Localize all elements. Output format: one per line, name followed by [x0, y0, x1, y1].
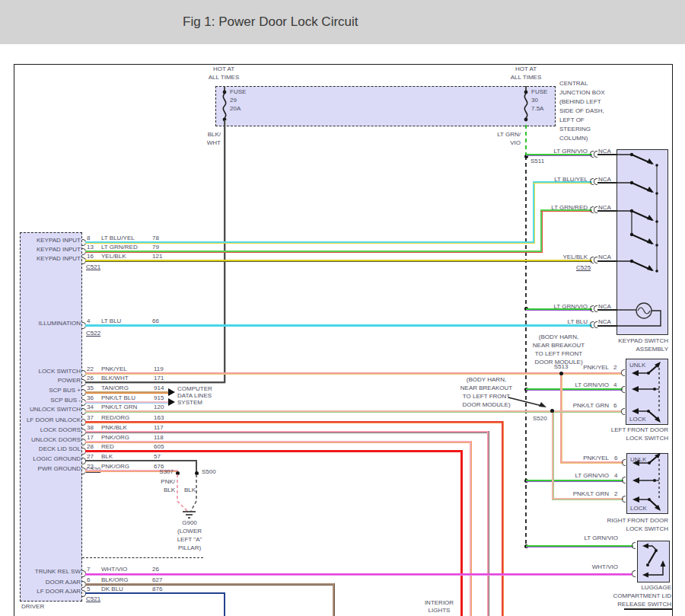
terminal-label-nca: NCA [598, 176, 611, 183]
pin-number: 16 [87, 253, 94, 260]
wire-label: LT BLU/YEL [534, 176, 588, 183]
unlk-label: UNLK [629, 362, 645, 369]
pin-function-label: LOGIC GROUND [23, 455, 81, 462]
wire-name: PNK/ORG [101, 463, 129, 470]
wire-name: LT BLU [101, 318, 121, 324]
pin-function-label: UNLOCK SWITCH [23, 406, 81, 413]
pin-function-label: KEYPAD INPUT [23, 246, 81, 253]
pin-bracket [621, 408, 625, 415]
terminal-label-nca: NCA [598, 148, 611, 155]
power-door-lock-circuit-page: { "title": "Fig 1: Power Door Lock Circu… [0, 0, 685, 616]
pin-number: 8 [87, 235, 90, 241]
wire-name: PNK/LT BLU [101, 394, 135, 401]
pin-function-label: UNLOCK DOORS [23, 436, 81, 443]
interior-lights-note: INTERIOR [419, 599, 460, 606]
wire-red [460, 450, 463, 616]
circuit-number: 118 [154, 434, 164, 441]
wire-red-org [502, 421, 504, 616]
pin-number: 34 [87, 404, 94, 410]
pin-number: 4 [87, 318, 90, 324]
pin-number: 35 [87, 385, 94, 391]
all-times-label: ALL TIMES [200, 74, 247, 81]
p in-number: 6 [613, 402, 616, 409]
cjb-label: SIDE OF DASH, [559, 107, 604, 114]
unlk-label: UNLK [630, 456, 646, 463]
hot-at-label: HOT AT [502, 65, 550, 72]
wire-dk-blu [85, 592, 225, 594]
wire-blk [85, 460, 197, 461]
pin-number: 5 [87, 586, 90, 592]
connector-label-c525: C525 [576, 264, 591, 271]
cjb-label: STEERING [559, 126, 591, 132]
wire-name: TAN/ORG [101, 385, 129, 391]
lock-label: LOCK [630, 505, 647, 512]
wire-name: BLK [101, 453, 113, 460]
wire-lt-blu-yel [85, 241, 535, 244]
wire-pnk-lt-grn-branch [552, 410, 554, 500]
pin-function-label: TRUNK REL SW [23, 568, 81, 575]
wire-name: BLK/WHT [101, 375, 129, 381]
data-line-arrow-icon [168, 388, 175, 396]
luggage-switch-icon [637, 541, 670, 582]
wire-label: PNK/LT GRN [556, 402, 609, 409]
left-lock-switch-icon [626, 359, 668, 425]
wire-red [85, 450, 463, 452]
circuit-number: 914 [154, 385, 164, 391]
wire-lt-blu [85, 324, 592, 327]
circuit-number: 119 [154, 365, 164, 372]
wire-name: WHT/VIO [101, 566, 127, 573]
pin-number: 7 [87, 566, 90, 573]
pin-number: 4 [613, 381, 616, 388]
all-times-label: ALL TIMES [502, 74, 550, 81]
wire-label: LT GRN/VIO [556, 472, 609, 479]
wire-label: LT BLU [534, 318, 588, 325]
wire-name: RED [101, 443, 114, 450]
wire-name: LT BLU/YEL [101, 235, 135, 241]
wire-dk-blu [224, 592, 225, 616]
pin-number: 2 [613, 364, 616, 371]
luggage-switch-name: LUGGAGE [595, 584, 671, 591]
pin-number: 37 [87, 414, 94, 421]
pin-bracket [622, 477, 626, 484]
fuse-29-icon [219, 88, 230, 123]
wire-name: PNK/LT GRN [101, 404, 137, 410]
left-switch-name: LEFT FRONT DOOR [592, 426, 668, 433]
pin-function-label: DOOR AJAR [23, 579, 81, 586]
fuse-label: FUSE [531, 88, 547, 95]
wire-name: BLK/ORG [101, 576, 129, 583]
pin-number: 6 [87, 576, 90, 583]
pin-stub [597, 260, 616, 262]
wire-label-lt-grn-vio: VIO [490, 139, 521, 146]
wire-name: YEL/BLK [101, 253, 126, 260]
terminal-label-nca: NCA [598, 204, 611, 211]
terminal-label-nca: NCA [598, 303, 611, 310]
data-line-arrow-icon [168, 398, 175, 406]
wire-lt-grn-vio-dashed [525, 125, 527, 156]
terminal-label-nca: NCA [598, 254, 611, 260]
wire-label: LT GRN/VIO [534, 303, 588, 310]
pin-number: 28 [87, 443, 94, 450]
circuit-number: 627 [152, 576, 162, 583]
circuit-number: 605 [154, 443, 164, 450]
wire-label: PNK/LT GRN [556, 490, 609, 497]
circuit-number: 120 [154, 404, 164, 410]
wire-name: LT GRN/RED [101, 244, 138, 251]
circuit-number: 117 [154, 424, 164, 431]
wire-lt-grn-vio [526, 388, 623, 391]
cjb-label: COLUMN) [559, 135, 588, 142]
pin-number: 13 [87, 244, 94, 251]
ground-location: (LOWER [172, 528, 207, 535]
left-switch-name: LOCK SWITCH [592, 435, 668, 442]
circuit-number: 171 [154, 375, 164, 381]
connector-label-c522: C522 [86, 330, 100, 337]
note-pointer-arrow-icon [507, 394, 550, 411]
splice-label-s520: S520 [533, 415, 547, 422]
wire-pnk-lt-blu [85, 401, 169, 404]
pin-function-label: DECK LID SOL [23, 445, 81, 452]
right-switch-name: RIGHT FRONT DOOR [592, 517, 668, 524]
wire-pnk-org [85, 441, 471, 443]
wire-name: PNK/YEL [101, 365, 127, 372]
wire-wht-vio [85, 573, 632, 576]
fuse-rating: 20A [230, 105, 241, 112]
fuse-number: 30 [531, 97, 538, 104]
